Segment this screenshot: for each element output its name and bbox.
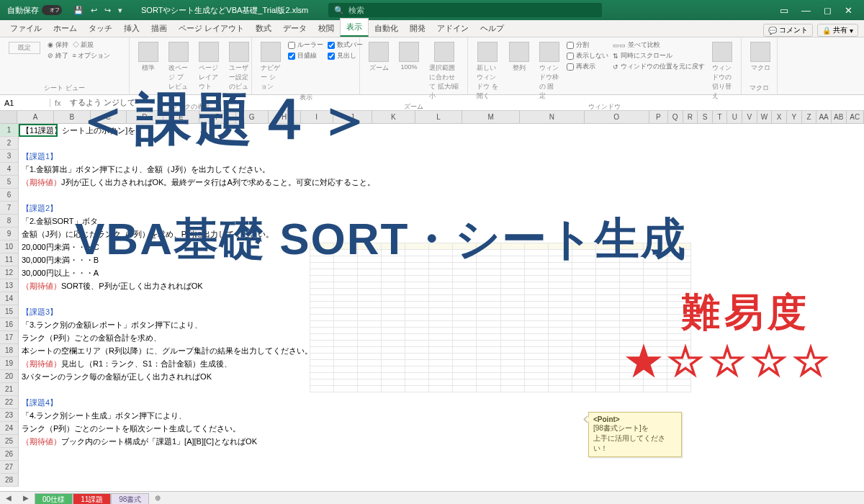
col-header-B[interactable]: B (54, 111, 91, 123)
autosave-toggle[interactable]: オフ (42, 5, 62, 15)
filename[interactable]: SORTやシート生成などVBA基礎_Trial版2.xlsm (130, 5, 320, 16)
row-header-10[interactable]: 10 (0, 240, 19, 253)
col-header-V[interactable]: V (742, 111, 757, 123)
tab-開発[interactable]: 開発 (404, 20, 431, 37)
navigation-button[interactable]: ナビゲー ション (258, 40, 284, 93)
chk-split[interactable]: 分割 (567, 40, 608, 50)
col-header-G[interactable]: G (236, 111, 269, 123)
row-1[interactable]: 【11課題】シート上のボタン]を (19, 124, 864, 137)
row-header-3[interactable]: 3 (0, 150, 19, 163)
col-header-T[interactable]: T (713, 111, 728, 123)
row-header-26[interactable]: 26 (0, 448, 19, 461)
col-header-K[interactable]: K (372, 111, 415, 123)
row-5[interactable]: （期待値）J列が正しく出力されればOK。最終データ行はA列で求めること。可変に対… (19, 176, 864, 189)
row-header-20[interactable]: 20 (0, 370, 19, 383)
switch-windows[interactable]: ウィンドウの 切り替え (709, 40, 735, 102)
col-header-W[interactable]: W (757, 111, 773, 123)
zoom-button[interactable]: ズーム (366, 40, 392, 74)
col-header-I[interactable]: I (301, 111, 333, 123)
col-header-D[interactable]: D (127, 111, 163, 123)
row-header-2[interactable]: 2 (0, 137, 19, 150)
row-header-12[interactable]: 12 (0, 266, 19, 279)
col-header-Q[interactable]: Q (668, 111, 683, 123)
view-pagelayout[interactable]: ページ レイアウト (196, 40, 222, 93)
col-header-X[interactable]: X (772, 111, 787, 123)
col-header-AC[interactable]: AC (847, 111, 864, 123)
redo-icon[interactable]: ↪ (104, 6, 111, 15)
save-icon[interactable]: 💾 (73, 6, 84, 15)
row-4[interactable]: 「1.金額算出」ボタン押下により、金額（J列）を出力してください。 (19, 163, 864, 176)
autosave[interactable]: 自動保存 オフ (3, 5, 66, 16)
col-header-P[interactable]: P (649, 111, 668, 123)
col-header-AA[interactable]: AA (816, 111, 832, 123)
row-header-8[interactable]: 8 (0, 215, 19, 228)
chk-headings[interactable]: 見出し (328, 51, 363, 60)
row-header-25[interactable]: 25 (0, 435, 19, 448)
select-all-corner[interactable] (0, 111, 17, 123)
row-header-22[interactable]: 22 (0, 396, 19, 409)
tab-ホーム[interactable]: ホーム (48, 20, 83, 37)
chk-ruler[interactable]: ルーラー (288, 40, 323, 50)
reset-position[interactable]: ↺ ウィンドウの位置を元に戻す (613, 62, 705, 71)
share-button[interactable]: 🔒 共有 ▾ (817, 24, 858, 37)
sheetview-default[interactable]: 既定 (6, 40, 43, 55)
tab-校閲[interactable]: 校閲 (312, 20, 340, 37)
minimize-icon[interactable]: — (801, 5, 811, 16)
row-24[interactable]: ランク（P列）ごとのシートを順次シート生成してください。 (19, 422, 864, 435)
row-header-1[interactable]: 1 (0, 124, 19, 137)
tab-ファイル[interactable]: ファイル (4, 20, 48, 37)
view-normal[interactable]: 標準 (135, 40, 161, 74)
name-box[interactable]: A1 (0, 99, 50, 107)
chk-gridlines[interactable]: 目盛線 (288, 51, 323, 60)
tab-表示[interactable]: 表示 (340, 18, 369, 37)
col-header-AB[interactable]: AB (832, 111, 847, 123)
col-header-J[interactable]: J (333, 111, 372, 123)
row-header-16[interactable]: 16 (0, 318, 19, 331)
arrange-all[interactable]: 整列 (506, 40, 532, 74)
sheet-tab-11課題[interactable]: 11課題 (73, 493, 111, 505)
row-header-24[interactable]: 24 (0, 422, 19, 435)
row-header-19[interactable]: 19 (0, 357, 19, 370)
sheet-nav-prev[interactable]: ◀ (0, 494, 17, 502)
tab-ページ レイアウト[interactable]: ページ レイアウト (173, 20, 250, 37)
row-8[interactable]: 「2.金額SORT」ボタ (19, 215, 864, 228)
sheetview-new[interactable]: ◇ 新規 (73, 40, 111, 50)
col-header-A[interactable]: A (17, 111, 54, 123)
new-sheet-button[interactable]: ⊕ (149, 494, 166, 502)
col-header-C[interactable]: C (91, 111, 127, 123)
row-2[interactable] (19, 137, 864, 150)
col-header-E[interactable]: E (163, 111, 200, 123)
row-header-11[interactable]: 11 (0, 253, 19, 266)
col-header-L[interactable]: L (415, 111, 463, 123)
chk-formulabar[interactable]: 数式バー (328, 40, 363, 50)
tab-アドイン[interactable]: アドイン (431, 20, 474, 37)
col-header-O[interactable]: O (585, 111, 649, 123)
maximize-icon[interactable]: ◻ (824, 5, 832, 16)
col-header-Y[interactable]: Y (787, 111, 802, 123)
fx-icon[interactable]: fx (50, 99, 66, 107)
row-header-15[interactable]: 15 (0, 305, 19, 318)
sheetview-options[interactable]: ≡ オプション (73, 51, 111, 60)
col-header-Z[interactable]: Z (802, 111, 817, 123)
row-header-5[interactable]: 5 (0, 176, 19, 189)
col-header-R[interactable]: R (683, 111, 698, 123)
col-header-U[interactable]: U (727, 111, 742, 123)
search-box[interactable]: 🔍 検索 (328, 3, 602, 17)
qat-dropdown-icon[interactable]: ▾ (118, 6, 122, 15)
row-header-21[interactable]: 21 (0, 383, 19, 396)
view-custom[interactable]: ユーザー設定 のビュー (226, 40, 252, 102)
col-header-S[interactable]: S (698, 111, 713, 123)
row-3[interactable]: 【課題1】 (19, 150, 864, 163)
zoom-selection[interactable]: 選択範囲に合わせて 拡大/縮小 (426, 40, 462, 102)
formula-input[interactable]: するよう ンジして (66, 97, 864, 108)
tab-自動化[interactable]: 自動化 (369, 20, 404, 37)
tab-ヘルプ[interactable]: ヘルプ (474, 20, 510, 37)
row-header-14[interactable]: 14 (0, 292, 19, 305)
row-6[interactable] (19, 189, 864, 202)
zoom-100[interactable]: 100% (396, 40, 422, 72)
row-25[interactable]: （期待値）ブック内のシート構成が「課題1」[A][B][C]となればOK (19, 435, 864, 448)
col-header-H[interactable]: H (269, 111, 301, 123)
chk-hide[interactable]: 表示しない (567, 51, 608, 60)
row-header-23[interactable]: 23 (0, 409, 19, 422)
view-sidebyside[interactable]: ▭▭ 並べて比較 (613, 40, 705, 50)
